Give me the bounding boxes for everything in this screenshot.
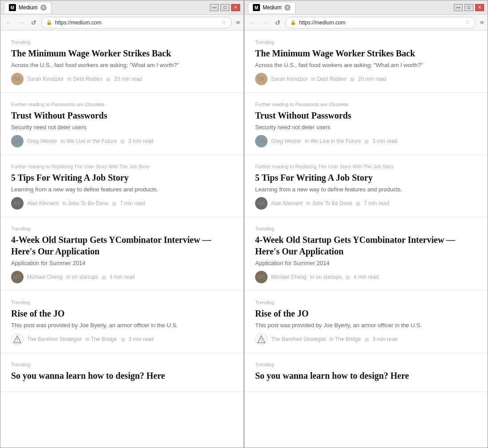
ssl-icon-left: 🔒 xyxy=(46,20,52,25)
article-meta: The Barefoot Strategist in The Bridge ▩ … xyxy=(11,333,233,345)
author-name[interactable]: Greg Wester xyxy=(271,138,301,144)
back-btn-right[interactable]: ← xyxy=(248,18,258,28)
article-item: Further reading to Passwords are Obsolet… xyxy=(244,93,488,155)
article-meta: MC Michael Cheng in on startups ▩ 4 min … xyxy=(255,271,477,283)
avatar-img: MC xyxy=(255,271,268,283)
nav-bar-left: ← → ↺ 🔒 https://medium.com ☆ ≡ xyxy=(0,15,244,31)
tab-close-right[interactable]: ✕ xyxy=(284,4,291,11)
article-title[interactable]: 5 Tips For Writing A Job Story xyxy=(255,172,477,183)
close-btn-right[interactable]: ✕ xyxy=(475,4,484,11)
article-title[interactable]: The Minimum Wage Worker Strikes Back xyxy=(11,48,233,59)
read-time: 20 min read xyxy=(114,76,142,82)
article-item: Further reading to Replacing The User St… xyxy=(0,155,244,217)
article-item: Trending Rise of the JO This post was pr… xyxy=(0,291,244,353)
read-time: 7 min read xyxy=(364,200,389,206)
publication[interactable]: in The Bridge xyxy=(329,336,361,342)
bookmark-icon: ▩ xyxy=(112,201,116,206)
publication[interactable]: in on startups xyxy=(66,274,98,280)
title-bar-left: M Medium ✕ — □ ✕ xyxy=(0,0,244,15)
minimize-btn-left[interactable]: — xyxy=(210,4,219,11)
article-meta: AK Alan Klement in Jobs To Be Done ▩ 7 m… xyxy=(255,197,477,210)
article-meta: SK Sarah Kendzior in Debt Ridden ▩ 20 mi… xyxy=(255,73,477,85)
article-meta: AK Alan Klement in Jobs To Be Done ▩ 7 m… xyxy=(11,197,233,210)
publication[interactable]: in Debt Ridden xyxy=(67,76,102,82)
article-item: Trending 4-Week Old Startup Gets YCombin… xyxy=(0,217,244,291)
article-label: Further reading to Replacing The User St… xyxy=(255,164,477,169)
avatar: AK xyxy=(255,197,268,210)
article-title[interactable]: So you wanna learn how to design? Here xyxy=(255,370,477,381)
publication[interactable]: in The Bridge xyxy=(85,336,117,342)
forward-btn-left[interactable]: → xyxy=(16,18,26,28)
article-meta: MC Michael Cheng in on startups ▩ 4 min … xyxy=(11,271,233,283)
article-meta: GW Greg Wester in We Live in the Future … xyxy=(11,135,233,147)
article-item: Trending So you wanna learn how to desig… xyxy=(244,353,488,392)
title-bar-right: M Medium ✕ — □ ✕ xyxy=(244,0,488,15)
browser-window-left: M Medium ✕ — □ ✕ ← → ↺ 🔒 https://medium.… xyxy=(0,0,244,448)
article-item: Trending 4-Week Old Startup Gets YCombin… xyxy=(244,217,488,291)
article-meta: SK Sarah Kendzior in Debt Ridden ▩ 20 mi… xyxy=(11,73,233,85)
page-content-left[interactable]: Trending The Minimum Wage Worker Strikes… xyxy=(0,31,244,448)
author-name[interactable]: Alan Klement xyxy=(27,200,59,206)
article-subtitle: Application for Summer 2014 xyxy=(11,260,233,266)
author-name[interactable]: Michael Cheng xyxy=(27,274,63,280)
nav-bar-right: ← → ↺ 🔒 https://medium.com ☆ ≡ xyxy=(244,15,488,31)
read-time: 3 min read xyxy=(372,138,397,144)
publication[interactable]: in Jobs To Be Done xyxy=(306,200,352,206)
back-btn-left[interactable]: ← xyxy=(4,18,14,28)
article-title[interactable]: Trust Without Passwords xyxy=(11,110,233,121)
maximize-btn-left[interactable]: □ xyxy=(220,4,229,11)
author-name[interactable]: Sarah Kendzior xyxy=(27,76,64,82)
address-bar-left[interactable]: 🔒 https://medium.com ☆ xyxy=(41,17,232,28)
author-name[interactable]: Alan Klement xyxy=(271,200,303,206)
article-title[interactable]: Trust Without Passwords xyxy=(255,110,477,121)
bookmark-star-left[interactable]: ☆ xyxy=(221,19,227,26)
tab-close-left[interactable]: ✕ xyxy=(40,4,47,11)
article-title[interactable]: Rise of the JO xyxy=(255,308,477,319)
avatar: GW xyxy=(255,135,268,147)
reload-btn-left[interactable]: ↺ xyxy=(29,18,39,28)
bookmark-icon: ▩ xyxy=(350,76,354,82)
read-time: 3 min read xyxy=(128,138,153,144)
tab-medium-left[interactable]: M Medium ✕ xyxy=(4,2,51,13)
author-name[interactable]: Greg Wester xyxy=(27,138,57,144)
article-label: Trending xyxy=(11,226,233,231)
article-title[interactable]: The Minimum Wage Worker Strikes Back xyxy=(255,48,477,59)
publication[interactable]: in Debt Ridden xyxy=(311,76,346,82)
minimize-btn-right[interactable]: — xyxy=(454,4,463,11)
article-subtitle: Security need not deter users xyxy=(11,124,233,131)
reload-btn-right[interactable]: ↺ xyxy=(273,18,283,28)
article-item: Trending The Minimum Wage Worker Strikes… xyxy=(244,31,488,93)
article-title[interactable]: 4-Week Old Startup Gets YCombinator Inte… xyxy=(11,234,233,257)
author-name[interactable]: Michael Cheng xyxy=(271,274,307,280)
avatar: SK xyxy=(255,73,268,85)
address-bar-right[interactable]: 🔒 https://medium.com ☆ xyxy=(285,17,476,28)
article-title[interactable]: Rise of the JO xyxy=(11,308,233,319)
article-subtitle: Learning from a new way to define featur… xyxy=(11,186,233,193)
publication[interactable]: in Jobs To Be Done xyxy=(62,200,108,206)
article-title[interactable]: 5 Tips For Writing A Job Story xyxy=(11,172,233,183)
barefoot-icon xyxy=(257,335,266,344)
maximize-btn-right[interactable]: □ xyxy=(464,4,473,11)
publication[interactable]: in We Live in the Future xyxy=(61,138,117,144)
author-name[interactable]: Sarah Kendzior xyxy=(271,76,308,82)
article-title[interactable]: So you wanna learn how to design? Here xyxy=(11,370,233,381)
publication[interactable]: in We Live in the Future xyxy=(305,138,361,144)
close-btn-left[interactable]: ✕ xyxy=(231,4,240,11)
menu-icon-right[interactable]: ≡ xyxy=(480,19,484,27)
author-name[interactable]: The Barefoot Strategist xyxy=(271,336,326,342)
article-subtitle: Security need not deter users xyxy=(255,124,477,131)
menu-icon-left[interactable]: ≡ xyxy=(236,19,240,27)
page-content-right[interactable]: Trending The Minimum Wage Worker Strikes… xyxy=(244,31,488,448)
author-name[interactable]: The Barefoot Strategist xyxy=(27,336,82,342)
bookmark-star-right[interactable]: ☆ xyxy=(465,19,471,26)
avatar xyxy=(11,333,24,345)
forward-btn-right[interactable]: → xyxy=(260,18,270,28)
article-label: Trending xyxy=(11,362,233,367)
bookmark-icon: ▩ xyxy=(356,201,360,206)
article-meta: GW Greg Wester in We Live in the Future … xyxy=(255,135,477,147)
tab-medium-right[interactable]: M Medium ✕ xyxy=(248,2,295,13)
article-title[interactable]: 4-Week Old Startup Gets YCombinator Inte… xyxy=(255,234,477,257)
avatar: MC xyxy=(11,271,24,283)
article-item: Trending The Minimum Wage Worker Strikes… xyxy=(0,31,244,93)
publication[interactable]: in on startups xyxy=(310,274,342,280)
